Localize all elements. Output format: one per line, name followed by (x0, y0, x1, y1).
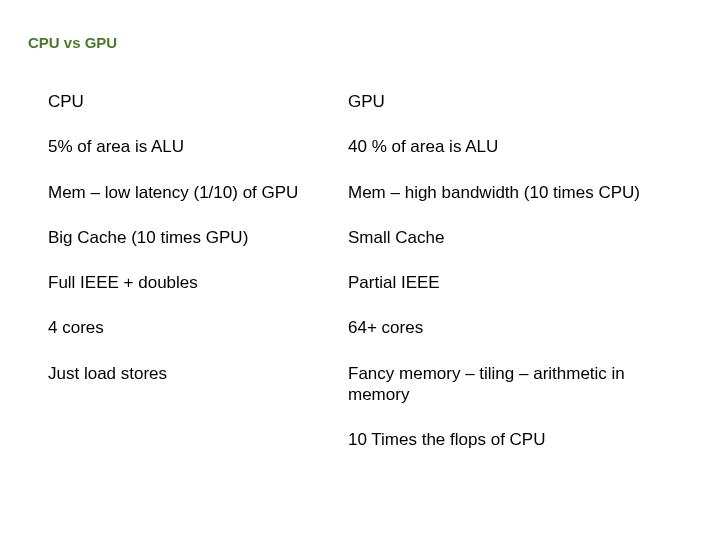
gpu-cell: 64+ cores (348, 305, 648, 350)
gpu-cell: 10 Times the flops of CPU (348, 417, 648, 462)
slide: CPU vs GPU CPU GPU 5% of area is ALU 40 … (0, 0, 720, 482)
cpu-cell: Mem – low latency (1/10) of GPU (48, 170, 348, 215)
table-row: Full IEEE + doubles Partial IEEE (48, 260, 648, 305)
comparison-table: CPU GPU 5% of area is ALU 40 % of area i… (48, 79, 648, 462)
gpu-header: GPU (348, 79, 648, 124)
cpu-cell: Big Cache (10 times GPU) (48, 215, 348, 260)
gpu-cell: Partial IEEE (348, 260, 648, 305)
cpu-cell: Just load stores (48, 351, 348, 418)
table-row: Just load stores Fancy memory – tiling –… (48, 351, 648, 418)
cpu-cell: 4 cores (48, 305, 348, 350)
slide-title: CPU vs GPU (28, 34, 692, 51)
table-row: 5% of area is ALU 40 % of area is ALU (48, 124, 648, 169)
cpu-cell: 5% of area is ALU (48, 124, 348, 169)
table-row: Mem – low latency (1/10) of GPU Mem – hi… (48, 170, 648, 215)
table-row: Big Cache (10 times GPU) Small Cache (48, 215, 648, 260)
table-row: 4 cores 64+ cores (48, 305, 648, 350)
table-row: CPU GPU (48, 79, 648, 124)
gpu-cell: Small Cache (348, 215, 648, 260)
table-row: 10 Times the flops of CPU (48, 417, 648, 462)
gpu-cell: Fancy memory – tiling – arithmetic in me… (348, 351, 648, 418)
cpu-cell: Full IEEE + doubles (48, 260, 348, 305)
gpu-cell: Mem – high bandwidth (10 times CPU) (348, 170, 648, 215)
cpu-cell (48, 417, 348, 462)
gpu-cell: 40 % of area is ALU (348, 124, 648, 169)
cpu-header: CPU (48, 79, 348, 124)
